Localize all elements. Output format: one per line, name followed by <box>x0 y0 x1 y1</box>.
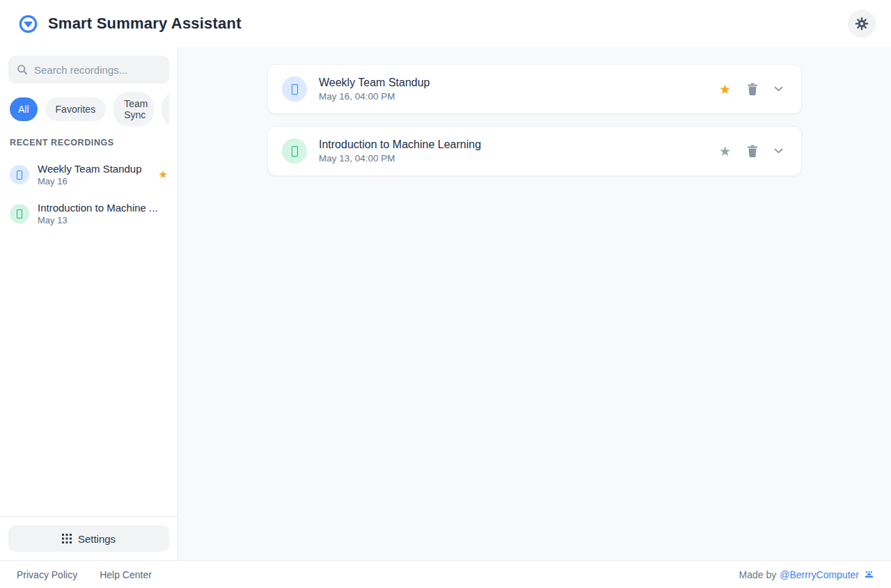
filter-chip-favorites[interactable]: Favorites <box>45 97 107 121</box>
search-icon <box>17 64 28 75</box>
settings-button-label: Settings <box>78 533 116 545</box>
recording-avatar <box>10 204 29 223</box>
favorite-button[interactable]: ★ <box>719 83 731 96</box>
made-by-label: Made by <box>739 569 777 580</box>
recording-avatar <box>282 77 307 102</box>
sidebar-footer: Settings <box>0 516 178 560</box>
help-center-link[interactable]: Help Center <box>100 569 152 580</box>
expand-button[interactable] <box>774 86 783 92</box>
chevron-down-icon <box>774 148 783 154</box>
page-footer: Privacy Policy Help Center Made by @Berr… <box>0 560 891 588</box>
search-input[interactable] <box>34 64 161 76</box>
favorite-star-icon: ★ <box>159 168 168 181</box>
main-content: Weekly Team Standup May 16, 04:00 PM ★ <box>178 47 891 560</box>
missing-glyph-icon <box>17 170 22 180</box>
chevron-down-icon <box>774 86 783 92</box>
missing-glyph-icon <box>292 146 298 157</box>
trash-icon <box>747 83 758 95</box>
recording-date: May 16 <box>38 176 155 186</box>
recording-card[interactable]: Introduction to Machine Learning May 13,… <box>267 126 802 176</box>
page-title: Smart Summary Assistant <box>48 15 242 33</box>
recording-title: Weekly Team Standup <box>319 77 719 89</box>
privacy-policy-link[interactable]: Privacy Policy <box>17 569 77 580</box>
pixel-logo-icon <box>864 571 874 579</box>
recording-card[interactable]: Weekly Team Standup May 16, 04:00 PM ★ <box>267 64 802 114</box>
recording-date: May 13 <box>38 215 168 225</box>
filter-chip-client-call[interactable]: Client Call <box>161 92 169 127</box>
recording-datetime: May 16, 04:00 PM <box>319 91 719 102</box>
search-box[interactable] <box>8 56 169 84</box>
trash-icon <box>747 145 758 157</box>
recording-datetime: May 13, 04:00 PM <box>319 153 719 164</box>
star-icon: ★ <box>719 83 731 96</box>
gear-icon <box>855 17 869 31</box>
credit-link[interactable]: @BerrryComputer <box>780 569 859 580</box>
recording-title: Introduction to Machine ... <box>38 202 168 214</box>
recording-title: Weekly Team Standup <box>38 163 155 175</box>
app-logo-chevron-down-circle-icon <box>19 15 38 33</box>
filter-chip-team-sync[interactable]: Team Sync <box>113 92 154 127</box>
recording-title: Introduction to Machine Learning <box>319 138 719 151</box>
sidebar: All Favorites Team Sync Client Call RECE… <box>0 47 178 560</box>
settings-gear-button[interactable] <box>848 10 876 38</box>
settings-button[interactable]: Settings <box>8 525 169 552</box>
star-icon: ★ <box>719 145 731 158</box>
delete-button[interactable] <box>747 145 758 157</box>
expand-button[interactable] <box>774 148 783 154</box>
grid-icon <box>62 534 72 543</box>
delete-button[interactable] <box>747 83 758 95</box>
sidebar-recording-item[interactable]: Introduction to Machine ... May 13 <box>8 196 169 231</box>
recording-avatar <box>10 165 29 184</box>
missing-glyph-icon <box>17 209 22 218</box>
app-header: Smart Summary Assistant <box>0 0 891 47</box>
recording-avatar <box>282 138 307 164</box>
recent-recordings-heading: RECENT RECORDINGS <box>10 138 168 148</box>
filter-chips: All Favorites Team Sync Client Call <box>10 92 169 127</box>
missing-glyph-icon <box>292 84 298 95</box>
sidebar-recording-item[interactable]: Weekly Team Standup May 16 ★ <box>8 157 169 192</box>
favorite-button[interactable]: ★ <box>719 145 731 158</box>
filter-chip-all[interactable]: All <box>10 97 38 121</box>
